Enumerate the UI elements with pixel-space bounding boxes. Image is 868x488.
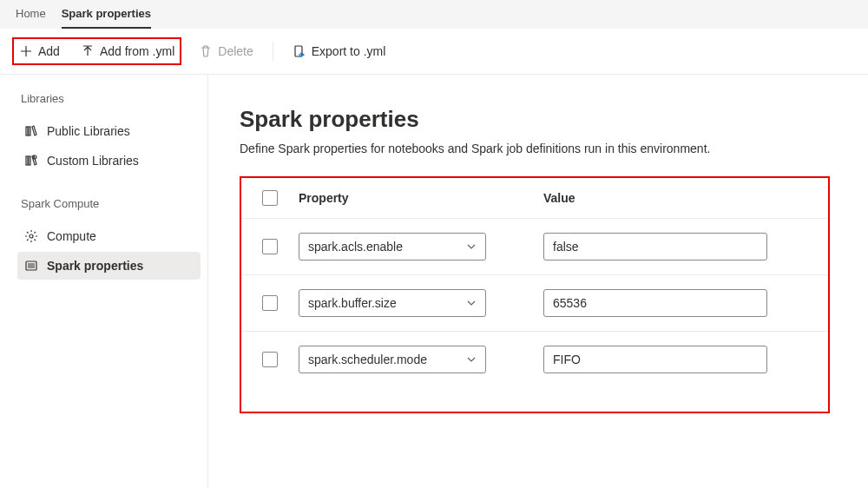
upload-icon	[81, 44, 95, 58]
page-title: Spark properties	[240, 106, 830, 133]
value-input[interactable]	[543, 346, 767, 373]
sidebar-item-label: Spark properties	[47, 259, 143, 273]
page-description: Define Spark properties for notebooks an…	[240, 142, 830, 155]
svg-point-6	[30, 234, 33, 238]
property-select[interactable]: spark.acls.enable	[299, 233, 486, 260]
property-select[interactable]: spark.buffer.size	[299, 289, 486, 317]
plus-icon	[19, 44, 33, 58]
delete-button-label: Delete	[218, 44, 253, 58]
highlight-properties-table: Property Value spark.acls.enable	[240, 176, 830, 413]
sidebar-item-label: Custom Libraries	[47, 154, 139, 168]
value-input[interactable]	[543, 233, 767, 260]
toolbar: Add Add from .yml Delete Export to .yml	[0, 29, 868, 75]
chevron-down-icon	[466, 241, 477, 252]
sidebar: Libraries Public Libraries Custom Librar…	[0, 75, 208, 488]
add-from-yml-button[interactable]: Add from .yml	[79, 41, 176, 62]
gear-icon	[24, 229, 38, 243]
select-all-checkbox[interactable]	[262, 190, 278, 206]
list-icon	[24, 259, 38, 273]
add-button[interactable]: Add	[17, 41, 62, 62]
sidebar-item-label: Public Libraries	[47, 124, 130, 138]
row-checkbox[interactable]	[262, 352, 278, 367]
table-header: Property Value	[241, 178, 828, 218]
value-input[interactable]	[543, 289, 767, 317]
sidebar-item-public-libraries[interactable]: Public Libraries	[17, 117, 201, 145]
svg-rect-1	[26, 127, 28, 135]
row-checkbox[interactable]	[262, 239, 278, 254]
breadcrumb-current[interactable]: Spark properties	[62, 7, 151, 29]
column-header-property: Property	[299, 191, 543, 205]
breadcrumb-home[interactable]: Home	[16, 7, 46, 29]
property-select-value: spark.scheduler.mode	[308, 353, 427, 366]
export-yml-label: Export to .yml	[312, 44, 386, 58]
table-row: spark.acls.enable	[241, 218, 828, 274]
svg-rect-3	[26, 156, 28, 165]
svg-rect-4	[29, 156, 30, 165]
add-button-label: Add	[38, 44, 60, 58]
delete-icon	[199, 44, 213, 58]
table-row: spark.buffer.size	[241, 274, 828, 331]
toolbar-separator	[273, 42, 273, 61]
property-select-value: spark.acls.enable	[308, 240, 403, 254]
chevron-down-icon	[466, 298, 477, 308]
sidebar-item-label: Compute	[47, 229, 96, 243]
export-icon	[293, 44, 306, 58]
property-select-value: spark.buffer.size	[308, 296, 397, 310]
sidebar-item-custom-libraries[interactable]: Custom Libraries	[17, 147, 201, 175]
sidebar-item-compute[interactable]: Compute	[17, 222, 201, 250]
export-yml-button[interactable]: Export to .yml	[291, 41, 388, 62]
add-from-yml-label: Add from .yml	[100, 44, 174, 58]
sidebar-section-compute: Spark Compute	[17, 197, 201, 210]
chevron-down-icon	[466, 354, 477, 365]
column-header-value: Value	[543, 191, 814, 205]
main-content: Spark properties Define Spark properties…	[208, 75, 868, 488]
delete-button: Delete	[197, 41, 254, 62]
breadcrumb: Home Spark properties	[0, 0, 868, 29]
sidebar-item-spark-properties[interactable]: Spark properties	[17, 252, 201, 280]
property-select[interactable]: spark.scheduler.mode	[299, 346, 486, 373]
svg-rect-2	[29, 127, 30, 135]
highlight-add-buttons: Add Add from .yml	[12, 37, 181, 65]
sidebar-section-libraries: Libraries	[17, 92, 201, 105]
public-libraries-icon	[24, 124, 38, 138]
custom-libraries-icon	[24, 154, 38, 168]
row-checkbox[interactable]	[262, 295, 278, 311]
table-row: spark.scheduler.mode	[241, 331, 828, 387]
